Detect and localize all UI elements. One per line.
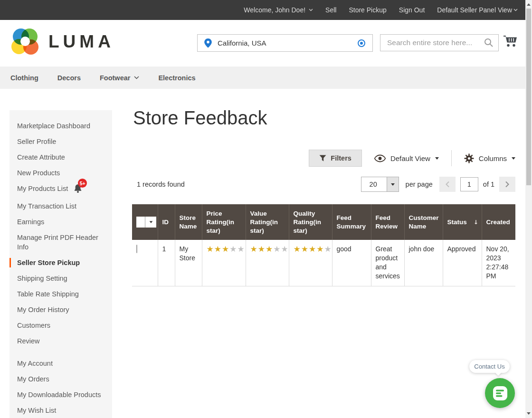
column-header-status[interactable]: Status↓ — [443, 204, 482, 240]
main-nav: Clothing Decors Footwear Electronics — [0, 66, 525, 89]
price-rating-stars: ★★★★★ — [207, 244, 245, 254]
nav-item-footwear[interactable]: Footwear — [100, 74, 139, 82]
row-id-cell: 1 — [158, 240, 175, 286]
search-icon[interactable] — [484, 38, 494, 48]
caret-down-icon — [149, 221, 152, 223]
sidebar-item-my-products-list[interactable]: My Products List 5+ — [10, 184, 112, 195]
sidebar-item-my-downloadable-products[interactable]: My Downloadable Products — [10, 390, 112, 399]
location-field — [197, 34, 373, 52]
store-pickup-link[interactable]: Store Pickup — [349, 6, 386, 14]
sidebar-item-customers[interactable]: Customers — [10, 321, 112, 330]
columns-control[interactable]: Columns — [464, 153, 515, 163]
sidebar-item-my-account[interactable]: My Account — [10, 359, 112, 368]
sidebar-item-new-products[interactable]: New Products — [10, 168, 112, 178]
sign-out-link[interactable]: Sign Out — [399, 6, 425, 14]
per-page-select[interactable]: 20 — [361, 177, 399, 192]
welcome-menu[interactable]: Welcome, John Doe! — [244, 6, 313, 14]
row-price-rating-cell: ★★★★★ — [202, 240, 246, 286]
scrollbar-down-arrow[interactable] — [527, 412, 531, 415]
column-header-value-rating[interactable]: Value Rating(in star) — [246, 204, 289, 240]
row-value-rating-cell: ★★★★★ — [246, 240, 289, 286]
sidebar-item-table-rate-shipping[interactable]: Table Rate Shipping — [10, 289, 112, 299]
notification-bell[interactable]: 5+ — [74, 184, 82, 195]
column-header-price-rating[interactable]: Price Rating(in star) — [202, 204, 246, 240]
row-select-cell — [132, 240, 158, 286]
column-header-feed-review[interactable]: Feed Review — [371, 204, 404, 240]
caret-down-icon — [512, 157, 515, 160]
sidebar-item-my-wish-list[interactable]: My Wish List — [10, 406, 112, 415]
sidebar-item-my-orders[interactable]: My Orders — [10, 374, 112, 384]
next-page-button[interactable] — [499, 177, 515, 192]
seller-sidebar: Marketplace Dashboard Seller Profile Cre… — [10, 110, 112, 418]
filter-funnel-icon — [319, 155, 326, 162]
chat-button[interactable] — [485, 378, 515, 408]
cart-button[interactable] — [503, 34, 519, 49]
sort-desc-icon: ↓ — [474, 219, 478, 226]
nav-item-decors[interactable]: Decors — [57, 74, 81, 82]
column-header-created[interactable]: Created — [482, 204, 515, 240]
sidebar-item-create-attribute[interactable]: Create Attribute — [10, 152, 112, 162]
sidebar-item-my-transaction-list[interactable]: My Transaction List — [10, 201, 112, 211]
search-field — [380, 34, 499, 51]
vertical-scrollbar[interactable] — [525, 0, 532, 418]
prev-page-button[interactable] — [439, 177, 456, 192]
sidebar-item-shipping-setting[interactable]: Shipping Setting — [10, 274, 112, 283]
sidebar-item-seller-store-pickup[interactable]: Seller Store Pickup — [10, 258, 112, 267]
column-header-customer-name[interactable]: Customer Name — [404, 204, 443, 240]
notification-badge: 5+ — [78, 179, 87, 188]
geolocate-icon[interactable] — [356, 38, 367, 48]
sidebar-item-marketplace-dashboard[interactable]: Marketplace Dashboard — [10, 121, 112, 131]
sidebar-item-my-order-history[interactable]: My Order History — [10, 305, 112, 314]
seller-panel-view-switcher[interactable]: Default Seller Panel View — [437, 6, 518, 14]
select-all-checkbox[interactable] — [136, 217, 145, 228]
sidebar-account-list: My Account My Orders My Downloadable Pro… — [10, 359, 112, 415]
per-page-arrow[interactable] — [387, 177, 399, 192]
welcome-text: Welcome, John Doe! — [244, 6, 305, 14]
filters-button[interactable]: Filters — [309, 150, 362, 167]
luma-logo[interactable]: LUMA — [10, 27, 114, 57]
logo-text: LUMA — [48, 32, 114, 52]
per-page-value: 20 — [361, 177, 387, 192]
toolbar-divider — [451, 150, 452, 166]
location-input[interactable] — [218, 39, 356, 47]
row-status-cell: Approved — [443, 240, 482, 286]
sidebar-item-review[interactable]: Review — [10, 336, 112, 346]
chat-icon — [493, 386, 508, 401]
search-input[interactable] — [380, 38, 484, 47]
select-all-header — [132, 204, 158, 240]
grid-header-row: ID Store Name Price Rating(in star) Valu… — [132, 204, 515, 240]
nav-item-clothing[interactable]: Clothing — [10, 74, 38, 82]
row-feed-summary-cell: good — [332, 240, 371, 286]
view-switcher[interactable]: Default View — [374, 154, 439, 162]
table-row: 1 My Store ★★★★★ ★★★★★ ★★★★★ good Great … — [132, 240, 515, 286]
column-header-feed-summary[interactable]: Feed Summary — [332, 204, 371, 240]
sidebar-item-seller-profile[interactable]: Seller Profile — [10, 137, 112, 146]
sell-link[interactable]: Sell — [325, 6, 336, 14]
eye-icon — [374, 154, 386, 162]
row-checkbox[interactable] — [136, 245, 137, 253]
sidebar-item-manage-print-pdf-header-info[interactable]: Manage Print PDF Header Info — [10, 233, 112, 252]
caret-down-icon — [435, 157, 439, 160]
location-pin-icon — [204, 38, 212, 48]
column-header-store-name[interactable]: Store Name — [175, 204, 202, 240]
scrollbar-thumb[interactable] — [526, 9, 531, 185]
scrollbar-up-arrow[interactable] — [527, 3, 531, 6]
select-all-control[interactable] — [136, 217, 156, 228]
column-header-id[interactable]: ID — [158, 204, 175, 240]
sidebar-item-earnings[interactable]: Earnings — [10, 217, 112, 227]
page-header: LUMA — [0, 20, 525, 66]
page-title: Store Feedback — [133, 105, 515, 130]
row-store-name-cell: My Store — [175, 240, 202, 286]
chevron-down-icon — [309, 9, 313, 11]
columns-label: Columns — [479, 154, 507, 162]
records-found-text: 1 records found — [133, 180, 185, 188]
row-quality-rating-cell: ★★★★★ — [289, 240, 332, 286]
nav-item-electronics[interactable]: Electronics — [158, 74, 195, 82]
chevron-down-icon — [134, 76, 139, 79]
column-header-quality-rating[interactable]: Quality Rating(in star) — [289, 204, 332, 240]
grid-toolbar: Filters Default View — [309, 150, 515, 167]
select-all-dropdown[interactable] — [145, 217, 156, 228]
page-number-input[interactable] — [460, 177, 478, 191]
page-of-label: of 1 — [483, 180, 494, 188]
sidebar-marketplace-list: Marketplace Dashboard Seller Profile Cre… — [10, 121, 112, 346]
